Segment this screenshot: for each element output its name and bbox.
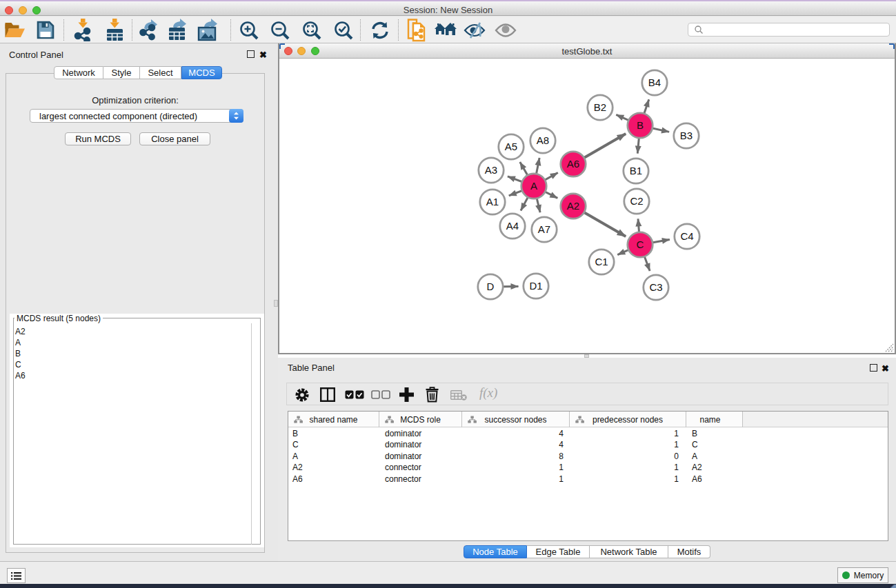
svg-text:C3: C3 (649, 281, 662, 293)
svg-text:A4: A4 (506, 220, 519, 232)
svg-text:A: A (530, 180, 537, 192)
svg-text:B2: B2 (594, 101, 606, 113)
svg-text:C2: C2 (630, 195, 643, 207)
svg-text:A7: A7 (538, 223, 550, 235)
svg-text:A3: A3 (485, 164, 497, 176)
svg-text:C4: C4 (680, 230, 693, 242)
svg-text:A6: A6 (567, 158, 579, 170)
svg-text:D1: D1 (529, 280, 542, 292)
svg-text:A8: A8 (537, 134, 549, 146)
svg-text:A2: A2 (567, 200, 579, 212)
svg-text:A5: A5 (505, 141, 517, 152)
svg-text:B: B (637, 119, 644, 131)
svg-text:D: D (487, 281, 495, 292)
svg-text:B3: B3 (680, 130, 693, 141)
svg-text:A1: A1 (486, 196, 499, 207)
svg-text:B4: B4 (648, 77, 661, 88)
svg-text:B1: B1 (630, 165, 642, 176)
svg-text:C: C (637, 239, 644, 250)
svg-text:C1: C1 (595, 256, 608, 267)
